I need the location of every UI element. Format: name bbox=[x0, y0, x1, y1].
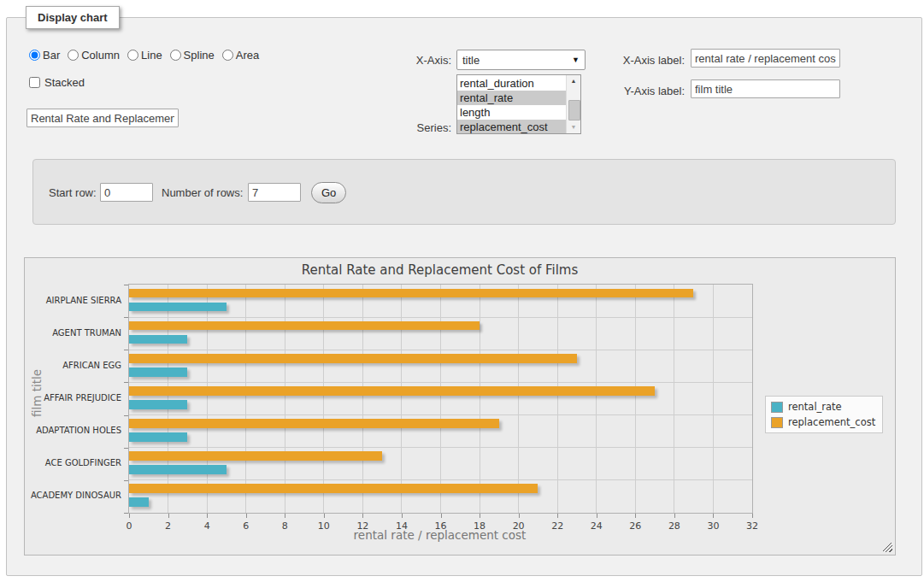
category-label: AFFAIR PREJUDICE bbox=[25, 381, 121, 414]
legend-item: rental_rate bbox=[771, 401, 875, 413]
x-tick-label: 4 bbox=[204, 520, 210, 532]
x-axis-tick bbox=[324, 514, 325, 518]
x-axis-tick bbox=[480, 514, 480, 518]
chart-title: Rental Rate and Replacement Cost of Film… bbox=[128, 262, 751, 278]
stacked-option[interactable]: Stacked bbox=[29, 76, 85, 89]
x-tick-label: 14 bbox=[396, 520, 408, 532]
x-tick-label: 18 bbox=[474, 520, 486, 532]
x-axis-tick bbox=[519, 514, 520, 518]
stacked-label: Stacked bbox=[44, 76, 85, 89]
gridline-vertical bbox=[635, 285, 636, 513]
resize-handle-icon[interactable] bbox=[883, 543, 892, 552]
scroll-down-icon[interactable]: ▼ bbox=[567, 121, 580, 133]
radio-label: Bar bbox=[43, 49, 60, 62]
radio-option-area[interactable]: Area bbox=[222, 49, 259, 62]
gridline-horizontal bbox=[129, 414, 752, 415]
radio-label: Area bbox=[236, 49, 259, 62]
scroll-up-icon[interactable]: ▲ bbox=[567, 75, 580, 87]
category-label: ACE GOLDFINGER bbox=[25, 447, 121, 479]
series-option[interactable]: rental_duration bbox=[457, 76, 566, 91]
x-axis-tick bbox=[441, 514, 442, 518]
x-axis-picker-label: X-Axis: bbox=[374, 54, 451, 67]
bar-rental_rate bbox=[129, 303, 227, 312]
chart-canvas: Rental Rate and Replacement Cost of Film… bbox=[24, 257, 896, 556]
x-axis-tick bbox=[246, 514, 247, 518]
legend-label: rental_rate bbox=[788, 401, 842, 413]
radio-option-line[interactable]: Line bbox=[127, 49, 162, 62]
gridline-horizontal bbox=[129, 382, 752, 383]
series-option[interactable]: rental_rate bbox=[457, 91, 566, 105]
bar-replacement_cost bbox=[129, 386, 655, 396]
bar-rental_rate bbox=[129, 400, 187, 409]
gridline-vertical bbox=[440, 285, 441, 513]
series-option[interactable]: replacement_cost bbox=[457, 120, 566, 133]
x-tick-label: 24 bbox=[591, 520, 603, 532]
y-axis-tick bbox=[124, 415, 128, 416]
bar-replacement_cost bbox=[129, 289, 693, 298]
series-options: rental_durationrental_ratelengthreplacem… bbox=[457, 75, 566, 133]
bar-rental_rate bbox=[129, 465, 227, 474]
legend-item: replacement_cost bbox=[771, 416, 875, 428]
series-listbox[interactable]: rental_durationrental_ratelengthreplacem… bbox=[456, 74, 581, 134]
chart-title-input[interactable] bbox=[26, 109, 179, 127]
gridline-vertical bbox=[401, 285, 402, 513]
number-of-rows-label: Number of rows: bbox=[162, 186, 243, 199]
gridline-horizontal bbox=[129, 350, 752, 350]
bar-replacement_cost bbox=[129, 419, 499, 428]
bar-rental_rate bbox=[129, 432, 187, 442]
category-label: AFRICAN EGG bbox=[25, 349, 121, 381]
number-of-rows-input[interactable] bbox=[248, 183, 301, 202]
x-tick-label: 6 bbox=[243, 520, 249, 532]
fieldset-legend: Display chart bbox=[26, 6, 120, 29]
x-axis-label-input[interactable] bbox=[691, 49, 840, 68]
category-label: ADAPTATION HOLES bbox=[25, 414, 121, 447]
x-tick-label: 20 bbox=[513, 520, 525, 532]
start-row-input[interactable] bbox=[100, 183, 153, 202]
chart-type-radio-line[interactable] bbox=[127, 50, 138, 61]
x-tick-label: 12 bbox=[356, 520, 368, 532]
category-label: ACADEMY DINOSAUR bbox=[25, 479, 121, 512]
x-axis-tick bbox=[285, 514, 285, 518]
category-label: AIRPLANE SIERRA bbox=[25, 284, 121, 316]
x-tick-label: 26 bbox=[629, 520, 641, 532]
listbox-scrollbar[interactable]: ▲ ▼ bbox=[566, 75, 580, 133]
radio-label: Line bbox=[141, 49, 162, 62]
radio-option-bar[interactable]: Bar bbox=[29, 49, 60, 62]
chart-legend: rental_ratereplacement_cost bbox=[765, 396, 883, 433]
dropdown-arrow-icon: ▼ bbox=[572, 56, 580, 64]
y-axis-label-input[interactable] bbox=[691, 79, 840, 98]
y-axis-label-caption: Y-Axis label: bbox=[605, 85, 685, 97]
x-axis-tick bbox=[129, 514, 130, 518]
go-button[interactable]: Go bbox=[311, 182, 346, 203]
x-axis-select[interactable]: title ▼ bbox=[456, 50, 586, 70]
radio-option-column[interactable]: Column bbox=[68, 49, 120, 62]
series-option[interactable]: length bbox=[457, 105, 566, 120]
chart-type-radio-bar[interactable] bbox=[29, 50, 40, 61]
radio-option-spline[interactable]: Spline bbox=[170, 49, 215, 62]
gridline-horizontal bbox=[129, 447, 752, 448]
chart-type-radio-area[interactable] bbox=[222, 50, 233, 61]
legend-swatch bbox=[771, 402, 783, 413]
gridline-vertical bbox=[596, 285, 597, 513]
app-window: Display chart Bar Column Line Spline Are… bbox=[0, 0, 924, 582]
display-chart-fieldset: Display chart Bar Column Line Spline Are… bbox=[6, 17, 922, 576]
x-axis-tick bbox=[362, 514, 363, 518]
bar-rental_rate bbox=[129, 367, 187, 377]
bar-rental_rate bbox=[129, 335, 187, 344]
bar-replacement_cost bbox=[129, 451, 382, 461]
category-label: AGENT TRUMAN bbox=[25, 316, 121, 349]
scrollbar-thumb[interactable] bbox=[568, 100, 580, 121]
radio-label: Column bbox=[81, 49, 120, 62]
legend-label: replacement_cost bbox=[788, 416, 875, 428]
stacked-checkbox[interactable] bbox=[29, 77, 40, 88]
chart-type-radio-column[interactable] bbox=[68, 50, 79, 61]
gridline-horizontal bbox=[129, 317, 752, 318]
x-tick-label: 22 bbox=[551, 520, 563, 532]
x-axis-tick bbox=[674, 514, 675, 518]
x-tick-label: 30 bbox=[707, 520, 719, 532]
gridline-vertical bbox=[480, 285, 480, 513]
chart-type-radio-spline[interactable] bbox=[170, 50, 181, 61]
x-axis-tick bbox=[635, 514, 636, 518]
x-axis-tick bbox=[597, 514, 597, 518]
gridline-vertical bbox=[674, 285, 674, 513]
